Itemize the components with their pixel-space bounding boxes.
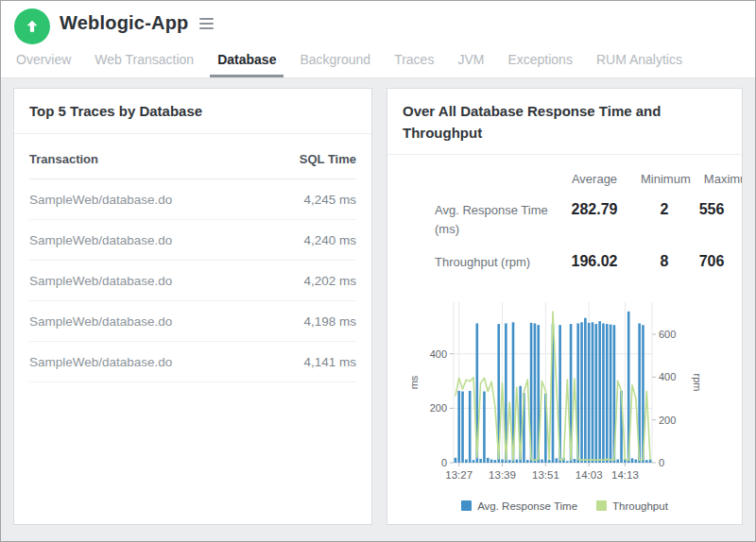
stats-table: Average Minimum Maximum Avg. Response Ti… [387,155,742,287]
app-status-badge [14,8,50,44]
tab-traces[interactable]: Traces [394,48,434,77]
stats-label: Avg. Response Time (ms) [435,201,548,238]
svg-text:200: 200 [659,414,676,425]
tab-jvm[interactable]: JVM [457,48,484,77]
transaction-name[interactable]: SampleWeb/database.do [29,193,172,207]
legend-swatch-green [596,500,607,511]
stats-value-maximum: 556 [688,201,735,218]
svg-text:200: 200 [430,402,447,414]
stats-value-minimum: 2 [641,201,688,218]
legend-swatch-blue [461,500,472,511]
svg-text:13:27: 13:27 [445,469,472,481]
traces-table-header: Transaction SQL Time [29,134,356,179]
top-traces-panel: Top 5 Traces by Database Transaction SQL… [13,88,372,525]
hamburger-menu-icon[interactable] [199,15,214,32]
svg-text:14:13: 14:13 [611,469,639,481]
svg-text:14:03: 14:03 [576,469,603,481]
table-row[interactable]: SampleWeb/database.do 4,240 ms [29,220,356,261]
svg-text:600: 600 [659,329,676,340]
svg-text:0: 0 [659,457,664,468]
transaction-name[interactable]: SampleWeb/database.do [29,355,172,369]
tab-background[interactable]: Background [300,48,370,77]
stats-row-response-time: Avg. Response Time (ms) 282.79 2 556 [435,201,742,238]
table-row[interactable]: SampleWeb/database.do 4,202 ms [29,261,356,301]
svg-text:0: 0 [441,457,447,468]
panel-title: Top 5 Traces by Database [14,89,371,134]
arrow-up-icon [24,18,41,35]
stats-label: Throughput (rpm) [435,253,548,272]
sql-time-value: 4,202 ms [303,274,356,288]
response-throughput-chart[interactable]: 13:2713:3913:5114:0314:13020040002004006… [395,295,716,485]
svg-text:400: 400 [659,371,676,382]
svg-text:400: 400 [430,347,447,359]
svg-text:ms: ms [408,375,420,389]
response-throughput-panel: Over All Database Response Time and Thro… [387,88,743,525]
transaction-name[interactable]: SampleWeb/database.do [29,314,172,329]
tab-database[interactable]: Database [210,48,284,77]
table-row[interactable]: SampleWeb/database.do 4,198 ms [29,301,356,342]
table-row[interactable]: SampleWeb/database.do 4,141 ms [29,342,356,382]
tab-bar: Overview Web Transaction Database Backgr… [16,48,682,77]
legend-label: Avg. Response Time [477,500,577,512]
svg-text:13:39: 13:39 [489,469,516,481]
stats-value-maximum: 706 [688,253,735,270]
tab-web-transaction[interactable]: Web Transaction [94,48,194,77]
legend-item-response-time[interactable]: Avg. Response Time [461,500,577,512]
page-title: Weblogic-App [60,12,188,34]
table-row[interactable]: SampleWeb/database.do 4,245 ms [29,179,356,220]
svg-text:13:51: 13:51 [532,469,559,481]
header: Weblogic-App Overview Web Transaction Da… [1,1,755,78]
stats-value-minimum: 8 [641,253,688,270]
column-header-transaction: Transaction [29,152,98,166]
column-header-sql-time: SQL Time [300,152,356,166]
sql-time-value: 4,245 ms [303,193,356,207]
panel-title: Over All Database Response Time and Thro… [387,89,742,155]
stats-header-maximum: Maximum [688,172,742,186]
tab-overview[interactable]: Overview [16,48,71,77]
tab-exceptions[interactable]: Exceptions [507,48,572,77]
sql-time-value: 4,198 ms [303,314,356,329]
svg-text:rpm: rpm [692,373,703,391]
legend-label: Throughput [612,500,668,512]
tab-rum-analytics[interactable]: RUM Analytics [596,48,682,77]
stats-header-row: Average Minimum Maximum [435,172,742,186]
legend-item-throughput[interactable]: Throughput [596,500,668,512]
stats-value-average: 282.79 [548,201,641,218]
transaction-name[interactable]: SampleWeb/database.do [29,274,172,288]
sql-time-value: 4,141 ms [303,355,356,369]
stats-value-average: 196.02 [548,253,641,270]
stats-row-throughput: Throughput (rpm) 196.02 8 706 [435,253,742,272]
sql-time-value: 4,240 ms [303,233,356,247]
app-window: Weblogic-App Overview Web Transaction Da… [0,0,756,542]
stats-header-minimum: Minimum [641,172,688,186]
chart-legend: Avg. Response Time Throughput [387,500,742,512]
stats-header-average: Average [548,172,641,186]
traces-table: Transaction SQL Time SampleWeb/database.… [29,134,356,382]
transaction-name[interactable]: SampleWeb/database.do [29,233,172,247]
